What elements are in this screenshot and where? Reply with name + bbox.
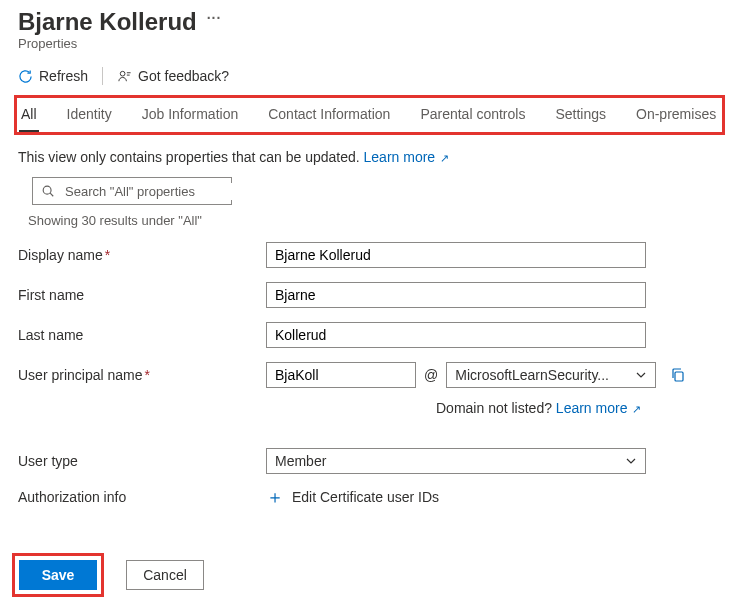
svg-point-1 — [43, 186, 51, 194]
footer-actions: Save Cancel — [12, 553, 204, 597]
feedback-label: Got feedback? — [138, 68, 229, 84]
last-name-label: Last name — [18, 327, 266, 343]
chevron-down-icon — [635, 369, 647, 381]
upn-domain-select[interactable]: MicrosoftLearnSecurity... — [446, 362, 656, 388]
domain-learn-more-link[interactable]: Learn more ↗ — [556, 400, 642, 416]
search-icon — [41, 184, 55, 198]
edit-cert-button[interactable]: ＋ Edit Certificate user IDs — [266, 488, 439, 506]
learn-more-link[interactable]: Learn more ↗ — [364, 149, 450, 165]
user-type-select[interactable]: Member — [266, 448, 646, 474]
tabs-highlight: All Identity Job Information Contact Inf… — [14, 95, 725, 135]
display-name-label: Display name* — [18, 247, 266, 263]
info-text-body: This view only contains properties that … — [18, 149, 364, 165]
last-name-field[interactable] — [266, 322, 646, 348]
tab-identity[interactable]: Identity — [65, 102, 114, 132]
display-name-field[interactable] — [266, 242, 646, 268]
edit-cert-label: Edit Certificate user IDs — [292, 489, 439, 505]
page-title: Bjarne Kollerud — [18, 8, 197, 36]
refresh-label: Refresh — [39, 68, 88, 84]
tab-parental[interactable]: Parental controls — [418, 102, 527, 132]
first-name-label: First name — [18, 287, 266, 303]
upn-label: User principal name* — [18, 367, 266, 383]
auth-info-label: Authorization info — [18, 489, 266, 505]
divider — [102, 67, 103, 85]
feedback-icon — [117, 69, 132, 84]
tab-strip: All Identity Job Information Contact Inf… — [19, 102, 720, 132]
copy-button[interactable] — [670, 367, 686, 383]
user-type-label: User type — [18, 453, 266, 469]
save-highlight: Save — [12, 553, 104, 597]
properties-form: Display name* First name Last name User … — [18, 242, 727, 506]
external-icon: ↗ — [437, 152, 449, 164]
results-count: Showing 30 results under "All" — [28, 213, 727, 228]
search-box[interactable] — [32, 177, 232, 205]
upn-domain-value: MicrosoftLearnSecurity... — [455, 367, 609, 383]
chevron-down-icon — [625, 455, 637, 467]
domain-helper: Domain not listed? Learn more ↗ — [266, 400, 727, 416]
svg-rect-3 — [675, 372, 683, 381]
more-icon[interactable]: ··· — [207, 11, 222, 33]
search-input[interactable] — [63, 183, 235, 200]
feedback-button[interactable]: Got feedback? — [117, 68, 229, 84]
tab-job-info[interactable]: Job Information — [140, 102, 241, 132]
save-button[interactable]: Save — [19, 560, 97, 590]
page-subtitle: Properties — [18, 36, 727, 51]
command-bar: Refresh Got feedback? — [18, 61, 727, 95]
tab-settings[interactable]: Settings — [553, 102, 608, 132]
tab-all[interactable]: All — [19, 102, 39, 132]
info-text: This view only contains properties that … — [18, 149, 727, 165]
upn-field[interactable] — [266, 362, 416, 388]
first-name-field[interactable] — [266, 282, 646, 308]
plus-icon: ＋ — [266, 488, 284, 506]
tab-onprem[interactable]: On-premises — [634, 102, 718, 132]
svg-line-2 — [50, 193, 53, 196]
svg-point-0 — [120, 71, 125, 76]
user-type-value: Member — [275, 453, 326, 469]
learn-more-label: Learn more — [364, 149, 436, 165]
tab-contact-info[interactable]: Contact Information — [266, 102, 392, 132]
refresh-icon — [18, 69, 33, 84]
cancel-button[interactable]: Cancel — [126, 560, 204, 590]
at-symbol: @ — [424, 367, 438, 383]
refresh-button[interactable]: Refresh — [18, 68, 88, 84]
external-icon: ↗ — [629, 403, 641, 415]
